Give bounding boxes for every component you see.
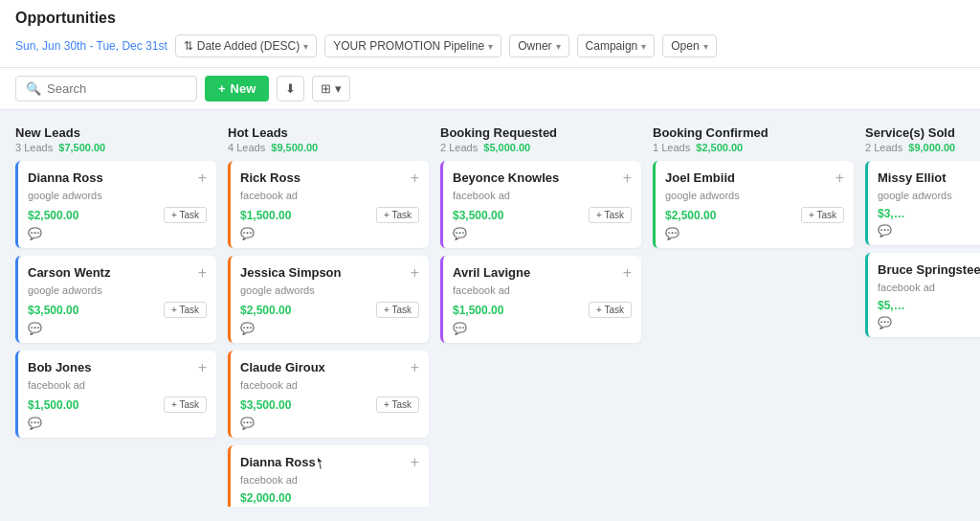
- add-task-button[interactable]: + Task: [589, 207, 632, 223]
- download-button[interactable]: ⬇: [277, 76, 304, 102]
- toolbar: 🔍 + New ⬇ ⊞ ▾: [0, 68, 980, 110]
- chat-icon: 💬: [453, 322, 467, 335]
- card-source: facebook ad: [28, 379, 207, 391]
- status-filter[interactable]: Open ▾: [662, 34, 716, 57]
- card-source: google adwords: [240, 284, 419, 296]
- chat-icon: 💬: [878, 224, 892, 238]
- opportunity-card[interactable]: Claude Giroux + facebook ad $3,500.00 + …: [228, 351, 429, 438]
- column-header-new-leads: New Leads 3 Leads $7,500.00: [15, 125, 216, 153]
- column-title: Hot Leads: [228, 125, 429, 140]
- owner-chevron-icon: ▾: [556, 41, 561, 52]
- card-source: google adwords: [878, 190, 980, 201]
- card-add-icon[interactable]: +: [198, 360, 207, 375]
- column-header-booking-confirmed: Booking Confirmed 1 Leads $2,500.00: [653, 125, 854, 153]
- card-amount: $1,500.00: [28, 398, 78, 412]
- campaign-filter[interactable]: Campaign ▾: [577, 34, 656, 57]
- card-name: Jessica Simpson: [240, 265, 342, 280]
- date-range-filter[interactable]: Sun, Jun 30th - Tue, Dec 31st: [15, 39, 167, 53]
- chat-icon: 💬: [665, 227, 679, 240]
- opportunity-card[interactable]: Carson Wentz + google adwords $3,500.00 …: [15, 256, 216, 343]
- opportunity-card[interactable]: Avril Lavigne + facebook ad $1,500.00 + …: [440, 256, 641, 343]
- card-amount: $3,…: [878, 207, 905, 220]
- search-icon: 🔍: [26, 81, 41, 96]
- board-area: New Leads 3 Leads $7,500.00 Dianna Ross …: [0, 110, 980, 507]
- opportunity-card[interactable]: Rick Ross + facebook ad $1,500.00 + Task…: [228, 161, 429, 248]
- sort-filter[interactable]: ⇅ Date Added (DESC) ▾: [175, 34, 317, 57]
- column-hot-leads: Hot Leads 4 Leads $9,500.00 Rick Ross + …: [228, 125, 429, 491]
- column-booking-confirmed: Booking Confirmed 1 Leads $2,500.00 Joel…: [653, 125, 854, 491]
- view-toggle-button[interactable]: ⊞ ▾: [312, 76, 350, 102]
- card-add-icon[interactable]: +: [411, 265, 419, 281]
- add-task-button[interactable]: + Task: [376, 396, 419, 413]
- opportunity-card[interactable]: Jessica Simpson + google adwords $2,500.…: [228, 256, 429, 343]
- column-title: New Leads: [15, 125, 216, 140]
- new-button[interactable]: + New: [205, 76, 269, 102]
- opportunity-card[interactable]: Dianna Ross + google adwords $2,500.00 +…: [15, 161, 216, 248]
- card-amount: $2,500.00: [665, 209, 716, 222]
- search-box[interactable]: 🔍: [15, 76, 197, 102]
- card-add-icon[interactable]: +: [198, 265, 207, 281]
- add-task-button[interactable]: + Task: [589, 302, 632, 318]
- card-amount: $1,500.00: [240, 209, 291, 222]
- column-meta: 1 Leads $2,500.00: [653, 142, 854, 153]
- card-add-icon[interactable]: +: [623, 170, 632, 186]
- chat-icon: 💬: [28, 227, 42, 240]
- card-add-icon[interactable]: +: [198, 170, 207, 186]
- cursor: [318, 458, 325, 469]
- opportunity-card[interactable]: Dianna Ross + facebook ad $2,000.00 💬: [228, 445, 429, 507]
- card-amount: $3,500.00: [28, 304, 78, 317]
- download-icon: ⬇: [285, 81, 296, 96]
- chat-icon: 💬: [453, 227, 467, 240]
- search-input[interactable]: [47, 81, 187, 96]
- chat-icon: 💬: [878, 316, 892, 329]
- sort-chevron-icon: ▾: [303, 41, 308, 52]
- card-source: google adwords: [28, 190, 207, 201]
- card-add-icon[interactable]: +: [411, 360, 419, 375]
- add-task-button[interactable]: + Task: [164, 302, 207, 318]
- card-name: Dianna Ross: [28, 170, 103, 185]
- opportunity-card[interactable]: Beyonce Knowles + facebook ad $3,500.00 …: [440, 161, 641, 248]
- add-task-button[interactable]: + Task: [801, 207, 844, 223]
- column-header-hot-leads: Hot Leads 4 Leads $9,500.00: [228, 125, 429, 153]
- card-name: Missy Elliot: [878, 170, 947, 185]
- card-amount: $3,500.00: [453, 209, 503, 222]
- column-title: Service(s) Sold: [865, 125, 980, 140]
- card-name: Avril Lavigne: [453, 265, 530, 280]
- add-task-button[interactable]: + Task: [376, 207, 419, 223]
- chat-icon: 💬: [28, 322, 42, 335]
- card-amount: $5,…: [878, 299, 905, 312]
- sort-icon: ⇅: [184, 39, 193, 53]
- campaign-chevron-icon: ▾: [641, 41, 646, 52]
- column-meta: 4 Leads $9,500.00: [228, 142, 429, 153]
- card-amount: $2,000.00: [240, 491, 291, 505]
- opportunity-card[interactable]: Missy Elliot + google adwords $3,… 💬: [865, 161, 980, 245]
- add-task-button[interactable]: + Task: [164, 207, 207, 223]
- opportunity-card[interactable]: Bob Jones + facebook ad $1,500.00 + Task…: [15, 351, 216, 438]
- card-source: facebook ad: [240, 474, 419, 486]
- column-meta: 3 Leads $7,500.00: [15, 142, 216, 153]
- card-add-icon[interactable]: +: [411, 455, 419, 470]
- chat-icon: 💬: [240, 227, 255, 240]
- opportunity-card[interactable]: Bruce Springsteen + facebook ad $5,… 💬: [865, 253, 980, 337]
- card-amount: $3,500.00: [240, 398, 291, 412]
- column-meta: 2 Leads $9,000.00: [865, 142, 980, 153]
- card-source: facebook ad: [453, 190, 632, 201]
- card-add-icon[interactable]: +: [411, 170, 419, 186]
- owner-filter[interactable]: Owner ▾: [509, 34, 568, 57]
- card-name: Bob Jones: [28, 360, 91, 374]
- card-add-icon[interactable]: +: [835, 170, 844, 186]
- card-name: Dianna Ross: [240, 455, 325, 469]
- view-chevron-icon: ▾: [335, 81, 342, 96]
- add-task-button[interactable]: + Task: [376, 302, 419, 318]
- pipeline-filter[interactable]: YOUR PROMOTION Pipeline ▾: [324, 34, 501, 57]
- card-add-icon[interactable]: +: [623, 265, 632, 281]
- chat-icon: 💬: [240, 417, 255, 430]
- card-name: Carson Wentz: [28, 265, 110, 280]
- chat-icon: 💬: [240, 322, 255, 335]
- card-source: facebook ad: [878, 282, 980, 293]
- add-task-button[interactable]: + Task: [164, 396, 207, 413]
- opportunity-card[interactable]: Joel Embiid + google adwords $2,500.00 +…: [653, 161, 854, 248]
- card-amount: $2,500.00: [28, 209, 78, 222]
- filter-row: Sun, Jun 30th - Tue, Dec 31st ⇅ Date Add…: [15, 34, 965, 67]
- column-header-services-sold: Service(s) Sold 2 Leads $9,000.00: [865, 125, 980, 153]
